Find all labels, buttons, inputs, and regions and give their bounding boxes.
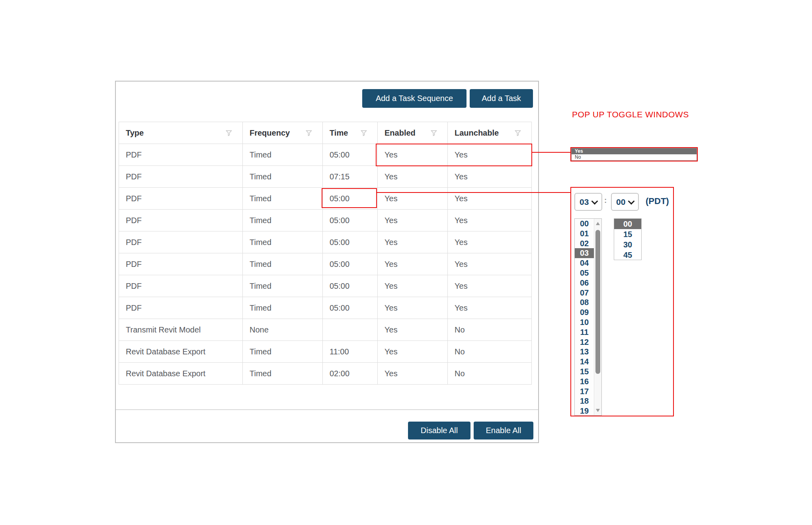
cell-time[interactable]: 05:00	[323, 210, 378, 231]
filter-icon[interactable]	[306, 130, 312, 136]
hour-option-12[interactable]: 12	[575, 337, 594, 347]
cell-enabled[interactable]: Yes	[378, 253, 448, 275]
hour-option-15[interactable]: 15	[575, 367, 594, 377]
cell-frequency[interactable]: Timed	[243, 275, 323, 297]
hour-option-19[interactable]: 19	[575, 406, 594, 416]
hour-option-17[interactable]: 17	[575, 387, 594, 397]
cell-launchable[interactable]: Yes	[448, 188, 532, 210]
cell-type[interactable]: PDF	[119, 297, 243, 319]
cell-enabled[interactable]: Yes	[378, 188, 448, 210]
cell-time[interactable]: 05:00	[323, 297, 378, 319]
cell-launchable[interactable]: Yes	[448, 210, 532, 231]
cell-type[interactable]: PDF	[119, 231, 243, 253]
cell-frequency[interactable]: Timed	[243, 144, 323, 166]
hour-option-07[interactable]: 07	[575, 288, 594, 298]
filter-icon[interactable]	[226, 130, 232, 136]
cell-time[interactable]: 11:00	[323, 341, 378, 363]
minute-option-15[interactable]: 15	[614, 229, 641, 239]
hour-option-18[interactable]: 18	[575, 396, 594, 406]
disable-all-button[interactable]: Disable All	[408, 422, 470, 439]
cell-launchable[interactable]: Yes	[448, 166, 532, 188]
minute-option-30[interactable]: 30	[614, 239, 641, 250]
cell-type[interactable]: PDF	[119, 188, 243, 210]
hour-option-14[interactable]: 14	[575, 357, 594, 367]
cell-frequency[interactable]: Timed	[243, 188, 323, 210]
cell-type[interactable]: PDF	[119, 275, 243, 297]
cell-enabled[interactable]: Yes	[378, 363, 448, 385]
cell-type[interactable]: Revit Database Export	[119, 341, 243, 363]
cell-frequency[interactable]: Timed	[243, 210, 323, 231]
footer-divider	[116, 409, 538, 410]
cell-frequency[interactable]: Timed	[243, 231, 323, 253]
cell-enabled[interactable]: Yes	[378, 297, 448, 319]
minute-select[interactable]: 00	[611, 193, 639, 211]
hour-option-01[interactable]: 01	[575, 229, 594, 239]
hour-scrollbar[interactable]	[594, 219, 601, 415]
table-row: Transmit Revit ModelNoneYesNo	[119, 319, 532, 341]
cell-time[interactable]: 05:00	[323, 144, 378, 166]
hour-option-16[interactable]: 16	[575, 377, 594, 387]
filter-icon[interactable]	[515, 130, 521, 136]
hour-option-11[interactable]: 11	[575, 327, 594, 337]
hour-option-05[interactable]: 05	[575, 268, 594, 278]
add-task-sequence-button[interactable]: Add a Task Sequence	[362, 89, 467, 108]
minute-option-00[interactable]: 00	[614, 219, 641, 229]
hour-select[interactable]: 03	[574, 193, 602, 211]
cell-launchable[interactable]: No	[448, 363, 532, 385]
cell-frequency[interactable]: Timed	[243, 341, 323, 363]
cell-enabled[interactable]: Yes	[378, 231, 448, 253]
cell-launchable[interactable]: Yes	[448, 231, 532, 253]
cell-enabled[interactable]: Yes	[378, 341, 448, 363]
hour-option-10[interactable]: 10	[575, 317, 594, 327]
cell-type[interactable]: PDF	[119, 144, 243, 166]
cell-frequency[interactable]: None	[243, 319, 323, 341]
cell-frequency[interactable]: Timed	[243, 297, 323, 319]
toggle-option-no[interactable]: No	[572, 154, 697, 160]
cell-time[interactable]: 02:00	[323, 363, 378, 385]
toggle-option-yes[interactable]: Yes	[572, 148, 697, 154]
add-task-button[interactable]: Add a Task	[470, 89, 533, 108]
cell-time[interactable]: 05:00	[323, 275, 378, 297]
header-row: TypeFrequencyTimeEnabledLaunchable	[119, 122, 532, 144]
cell-frequency[interactable]: Timed	[243, 166, 323, 188]
column-header-enabled: Enabled	[378, 122, 448, 144]
cell-launchable[interactable]: Yes	[448, 253, 532, 275]
hour-option-04[interactable]: 04	[575, 258, 594, 268]
scroll-up-icon[interactable]	[596, 222, 600, 225]
hour-option-00[interactable]: 00	[575, 219, 594, 229]
cell-time[interactable]: 05:00	[323, 231, 378, 253]
cell-enabled[interactable]: Yes	[378, 319, 448, 341]
filter-icon[interactable]	[431, 130, 437, 136]
hour-option-08[interactable]: 08	[575, 298, 594, 307]
scroll-down-icon[interactable]	[596, 409, 600, 412]
hour-option-02[interactable]: 02	[575, 239, 594, 249]
cell-launchable[interactable]: No	[448, 341, 532, 363]
cell-launchable[interactable]: Yes	[448, 275, 532, 297]
cell-enabled[interactable]: Yes	[378, 210, 448, 231]
cell-type[interactable]: Revit Database Export	[119, 363, 243, 385]
cell-frequency[interactable]: Timed	[243, 363, 323, 385]
cell-launchable[interactable]: Yes	[448, 297, 532, 319]
cell-launchable[interactable]: No	[448, 319, 532, 341]
cell-type[interactable]: PDF	[119, 253, 243, 275]
cell-frequency[interactable]: Timed	[243, 253, 323, 275]
cell-time[interactable]	[323, 319, 378, 341]
cell-enabled[interactable]: Yes	[378, 275, 448, 297]
scrollbar-thumb[interactable]	[595, 230, 600, 374]
chevron-down-icon	[591, 198, 598, 204]
filter-icon[interactable]	[361, 130, 367, 136]
cell-type[interactable]: Transmit Revit Model	[119, 319, 243, 341]
cell-time[interactable]: 05:00	[323, 253, 378, 275]
hour-option-09[interactable]: 09	[575, 307, 594, 317]
cell-time[interactable]: 07:15	[323, 166, 378, 188]
minute-option-45[interactable]: 45	[614, 250, 641, 260]
column-header-frequency: Frequency	[243, 122, 323, 144]
cell-enabled[interactable]: Yes	[378, 166, 448, 188]
page: { "annotation": { "title": "POP UP TOGGL…	[0, 0, 812, 525]
enable-all-button[interactable]: Enable All	[474, 422, 533, 439]
hour-option-03[interactable]: 03	[575, 248, 594, 258]
hour-option-13[interactable]: 13	[575, 347, 594, 357]
cell-type[interactable]: PDF	[119, 166, 243, 188]
hour-option-06[interactable]: 06	[575, 278, 594, 288]
cell-type[interactable]: PDF	[119, 210, 243, 231]
